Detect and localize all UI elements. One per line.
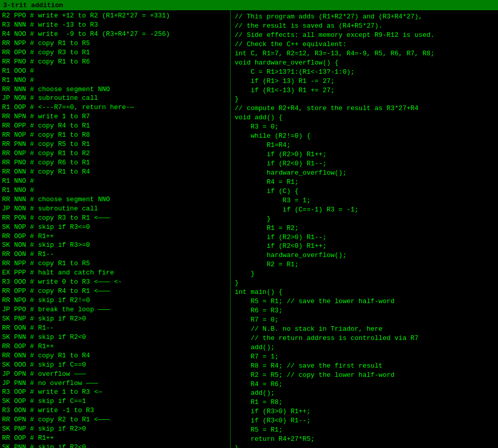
- right-code-line: R1 = R8;: [235, 398, 494, 407]
- left-code-line: SK NON # skip if R3>=0: [2, 241, 228, 250]
- right-code-line: R7 = 1;: [235, 352, 494, 361]
- left-code-line: RR PNO # copy R1 to R6: [2, 57, 228, 67]
- left-code-line: RR OOP # R1++: [2, 342, 228, 351]
- left-code-line: SK NOP # skip if R3<=0: [2, 223, 228, 232]
- right-code-line: add();: [235, 343, 494, 352]
- right-code-line: if (R2>0) R1--;: [235, 233, 494, 242]
- left-code-line: RR OON # R1--: [2, 324, 228, 333]
- left-code-line: SK OOP # skip if C==1: [2, 397, 228, 406]
- right-code-line: R4 = R6;: [235, 380, 494, 389]
- right-code-line: R1=R4;: [235, 141, 494, 150]
- left-code-line: JP PNN # no overflow ———: [2, 379, 228, 388]
- right-code-line: return R4+27*R5;: [235, 435, 494, 444]
- right-code-line: if (R3<0) R1--;: [235, 416, 494, 425]
- left-code-line: RR OOP # R1++: [2, 434, 228, 443]
- right-code-line: }: [235, 95, 494, 104]
- right-code-line: int C, R1=7, R2=12, R3=-13, R4=-9, R5, R…: [235, 49, 494, 58]
- left-code-line: RR ONP # copy R1 to R2: [2, 149, 228, 158]
- right-code-line: R3 = 1;: [235, 196, 494, 205]
- right-code-line: }: [235, 444, 494, 448]
- left-code-line: RR OPP # copy R4 to R1 <———: [2, 287, 228, 296]
- right-code-line: // the return address is controlled via …: [235, 334, 494, 343]
- left-code-line: R1 OOO #: [2, 67, 228, 76]
- right-code-line: if (R3>0) R1++;: [235, 407, 494, 416]
- right-code-line: // This program adds (R1+R2*27) and (R3+…: [235, 12, 494, 22]
- left-code-line: RR NNN # choose segment NNO: [2, 195, 228, 204]
- left-code-line: SK PNN # skip if R2<0: [2, 443, 228, 448]
- right-code-line: if (R2<0) R1++;: [235, 242, 494, 251]
- left-code-line: RR PNN # copy R5 to R1: [2, 140, 228, 149]
- left-code-line: R3 OOO # write 0 to R3 <——— <-: [2, 278, 228, 287]
- left-code-line: RR NNN # choose segment NNO: [2, 85, 228, 94]
- left-code-line: RR NOP # copy R1 to R8: [2, 131, 228, 140]
- right-code-line: R4 = R1;: [235, 178, 494, 187]
- left-code-line: R1 NNO #: [2, 186, 228, 195]
- right-code-line: R7 = 0;: [235, 315, 494, 325]
- left-code-line: RR ONN # copy R1 to R4: [2, 167, 228, 177]
- right-code-line: }: [235, 269, 494, 279]
- left-code-line: SK PNP # skip if R2>0: [2, 314, 228, 324]
- right-code-line: void add() {: [235, 113, 494, 122]
- left-code-line: RR NPP # copy R1 to R5: [2, 39, 228, 48]
- right-code-line: if (R2>0) R1++;: [235, 150, 494, 159]
- right-code-line: R5 = R1;: [235, 425, 494, 435]
- left-code-line: SK OOO # skip if C==0: [2, 360, 228, 370]
- left-code-line: JP OPN # overflow ———: [2, 370, 228, 379]
- left-code-line: R1 NNO #: [2, 76, 228, 85]
- left-code-line: RR NPN # write 1 to R7: [2, 112, 228, 121]
- right-code-line: R1 = R2;: [235, 224, 494, 233]
- right-code-line: if (R1> 13) R1 -= 27;: [235, 77, 494, 86]
- right-code-line: }: [235, 215, 494, 224]
- right-code-line: R2 = R5; // copy the lower half-word: [235, 371, 494, 380]
- left-code-line: JP NON # subroutine call: [2, 204, 228, 214]
- right-code-line: // N.B. no stack in Triador, here: [235, 325, 494, 334]
- left-code-line: R3 OON # write -1 to R3: [2, 406, 228, 415]
- right-code-line: R5 = R1; // save the lower half-word: [235, 297, 494, 306]
- right-code-line: C = R1>13?1:(R1<-13?-1:0);: [235, 68, 494, 77]
- left-code-line: RR PNO # copy R6 to R1: [2, 158, 228, 167]
- right-code-line: R3 = 0;: [235, 122, 494, 132]
- left-panel: R2 PPO # write +12 to R2 (R1+R2*27 = +33…: [0, 10, 231, 448]
- title-text: 3-trit addition: [3, 2, 63, 9]
- left-code-line: RR OON # R1--: [2, 250, 228, 259]
- left-code-line: RR OOP # R1++: [2, 232, 228, 241]
- right-panel: // This program adds (R1+R2*27) and (R3+…: [231, 10, 498, 448]
- right-code-line: if (C==-1) R3 = -1;: [235, 205, 494, 215]
- right-code-line: if (R2<0) R1--;: [235, 159, 494, 168]
- left-code-line: R1 OOP # <---R7==0, return here-—: [2, 103, 228, 112]
- right-code-line: hardware_overflow();: [235, 168, 494, 178]
- right-code-line: R2 = R1;: [235, 260, 494, 269]
- right-code-line: while (R2!=0) {: [235, 132, 494, 141]
- title-bar: 3-trit addition: [0, 0, 498, 10]
- left-code-line: R3 OOP # write 1 to R3 <—: [2, 388, 228, 397]
- right-code-line: hardware_overflow();: [235, 251, 494, 260]
- left-code-line: RR OPN # copy R2 to R1 <———: [2, 415, 228, 424]
- right-code-line: if (C) {: [235, 187, 494, 196]
- right-code-line: R8 = R4; // save the first result: [235, 361, 494, 371]
- right-code-line: add();: [235, 389, 494, 398]
- left-code-line: RR PON # copy R3 to R1 <———: [2, 214, 228, 223]
- left-code-line: JP PPO # break the loop ———: [2, 305, 228, 314]
- right-code-line: int main() {: [235, 288, 494, 297]
- right-code-line: // Side effects: all memory except R9-R1…: [235, 31, 494, 40]
- left-code-line: EX PPP # halt and catch fire: [2, 268, 228, 278]
- left-code-line: JP NON # subroutine call: [2, 94, 228, 103]
- right-code-line: }: [235, 279, 494, 288]
- left-code-line: R2 PPO # write +12 to R2 (R1+R2*27 = +33…: [2, 11, 228, 20]
- left-code-line: SK PNN # skip if R2<0: [2, 333, 228, 342]
- left-code-line: R4 NOO # write -9 to R4 (R3+R4*27 = -256…: [2, 30, 228, 39]
- right-code-line: if (R1<-13) R1 += 27;: [235, 86, 494, 95]
- right-code-line: // compute R2+R4, store the result as R3…: [235, 104, 494, 113]
- left-code-line: RR ONN # copy R1 to R4: [2, 351, 228, 360]
- main-container: R2 PPO # write +12 to R2 (R1+R2*27 = +33…: [0, 10, 498, 448]
- left-code-line: SK PNP # skip if R2>0: [2, 424, 228, 434]
- right-code-line: R6 = R3;: [235, 306, 494, 315]
- left-code-line: RR NPO # skip if R2!=0: [2, 296, 228, 305]
- left-code-line: RR OPP # copy R4 to R1: [2, 121, 228, 131]
- left-code-line: RR OPO # copy R3 to R1: [2, 48, 228, 57]
- right-code-line: // Check the C++ equivalent:: [235, 40, 494, 49]
- right-code-line: void hardware_overflow() {: [235, 58, 494, 68]
- left-code-line: RR NPP # copy R1 to R5: [2, 259, 228, 268]
- left-code-line: R1 NNO #: [2, 177, 228, 186]
- left-code-line: R3 NNN # write -13 to R3: [2, 20, 228, 30]
